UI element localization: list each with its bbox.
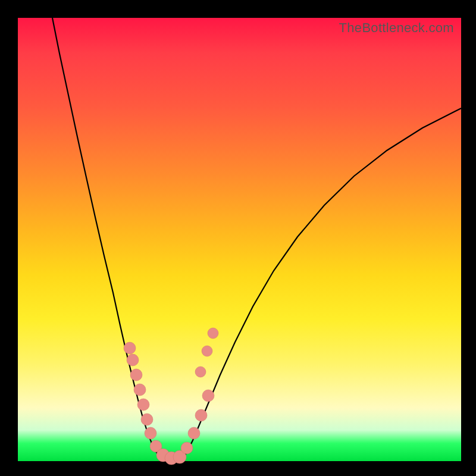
right-curve [183,108,461,458]
highlight-dot [195,409,207,421]
highlight-dot [124,342,136,354]
highlight-dot [195,367,206,377]
highlight-dot [145,427,156,439]
highlight-dot [208,328,218,339]
highlight-dot [202,390,214,402]
highlight-dot [188,427,200,439]
highlight-dot [137,399,149,411]
highlight-dot [134,384,146,396]
curve-layer [18,18,461,461]
plot-area: TheBottleneck.com [18,18,461,461]
highlight-dot [130,369,142,381]
highlight-dot [202,346,212,356]
highlight-dot [141,414,153,425]
highlight-dot [127,354,139,366]
highlight-dot [181,442,193,454]
chart-frame: TheBottleneck.com [0,0,476,476]
highlight-dots [124,328,218,465]
